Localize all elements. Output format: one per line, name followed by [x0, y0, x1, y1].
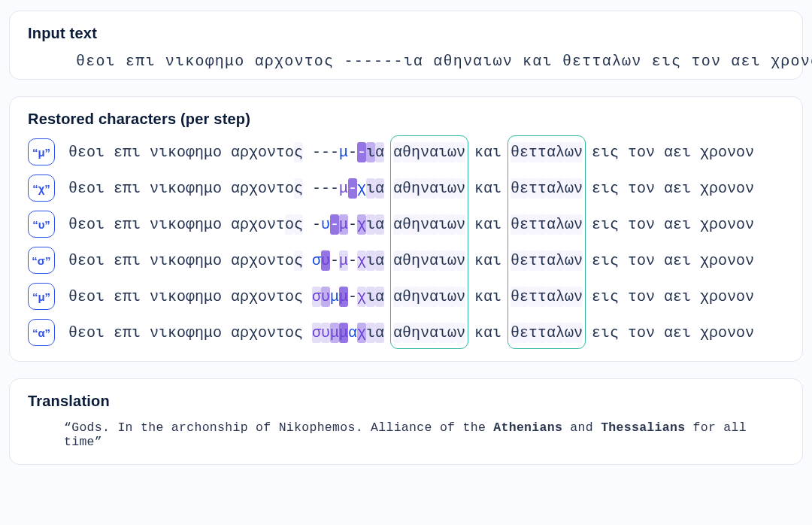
restored-char: υ: [321, 250, 330, 271]
char: α: [393, 142, 402, 162]
char: ν: [727, 142, 736, 162]
gap-char: -: [348, 250, 357, 271]
word: νικοφημο: [150, 216, 222, 233]
char: τ: [529, 214, 538, 235]
char: ι: [159, 178, 168, 199]
char: ν: [745, 142, 754, 162]
char: τ: [276, 142, 285, 162]
word: αθηναιων: [393, 216, 465, 233]
char: η: [195, 142, 204, 162]
char: η: [195, 250, 204, 271]
char: ν: [420, 142, 429, 162]
word: εις: [592, 180, 619, 197]
word: αει: [664, 252, 691, 269]
char: α: [231, 323, 240, 343]
char: ε: [673, 323, 682, 343]
char: ι: [492, 214, 501, 235]
step-chip: “χ”: [28, 174, 55, 202]
char: τ: [529, 323, 538, 343]
char: ν: [745, 178, 754, 199]
char: χ: [700, 178, 709, 199]
char: τ: [529, 142, 538, 162]
char: η: [411, 142, 420, 162]
translation-card: Translation “Gods. In the archonship of …: [9, 378, 803, 465]
char: ν: [150, 178, 159, 199]
char: ς: [294, 287, 303, 307]
char: ι: [601, 323, 610, 343]
char: ν: [574, 214, 583, 235]
char: ι: [492, 142, 501, 162]
word: αει: [664, 144, 691, 161]
word: χρονον: [700, 288, 754, 305]
char: ι: [601, 178, 610, 199]
word: εις: [592, 144, 619, 161]
restored-char: α: [375, 214, 384, 235]
char: ο: [736, 214, 745, 235]
char: τ: [529, 287, 538, 307]
char: ο: [736, 250, 745, 271]
restoration-row: “χ”θεοιεπινικοφημοαρχοντος---μ-χιααθηναι…: [28, 174, 784, 202]
restored-char: μ: [330, 323, 339, 343]
char: ς: [294, 323, 303, 343]
restored-char: α: [375, 287, 384, 307]
word: χρονον: [700, 252, 754, 269]
char: ο: [177, 250, 186, 271]
word: και: [474, 144, 501, 161]
char: ς: [294, 178, 303, 199]
char: ν: [456, 287, 465, 307]
word: τον: [628, 252, 655, 269]
word: νικοφημο: [150, 288, 222, 305]
char: ο: [86, 214, 95, 235]
char: κ: [168, 323, 177, 343]
char: θ: [511, 323, 520, 343]
char: ο: [177, 142, 186, 162]
char: ο: [637, 287, 646, 307]
word: επι: [114, 216, 141, 233]
char: ε: [592, 323, 601, 343]
char: χ: [249, 214, 258, 235]
restored-segment: συμμαχια: [312, 324, 384, 341]
word: αρχοντος: [231, 252, 303, 269]
char: ο: [637, 142, 646, 162]
char: ν: [745, 214, 754, 235]
char: ε: [114, 323, 123, 343]
char: φ: [186, 214, 195, 235]
char: ρ: [240, 287, 249, 307]
word: αρχοντος: [231, 144, 303, 161]
char: ρ: [240, 250, 249, 271]
char: α: [483, 250, 492, 271]
char: θ: [402, 323, 411, 343]
char: φ: [186, 323, 195, 343]
char: ν: [745, 250, 754, 271]
char: φ: [186, 142, 195, 162]
char: κ: [474, 287, 483, 307]
char: ε: [114, 250, 123, 271]
restored-char: ι: [366, 250, 375, 271]
char: ι: [682, 178, 691, 199]
restored-char: μ: [330, 287, 339, 307]
char: ι: [601, 142, 610, 162]
char: ι: [132, 323, 141, 343]
char: ο: [177, 214, 186, 235]
char: ν: [150, 287, 159, 307]
word: θεοι: [68, 324, 105, 341]
char: α: [393, 250, 402, 271]
char: α: [231, 287, 240, 307]
char: ρ: [240, 178, 249, 199]
restored-char: α: [375, 178, 384, 199]
char: ω: [447, 323, 456, 343]
char: ι: [438, 323, 447, 343]
word: θετταλων: [511, 252, 583, 269]
char: κ: [168, 178, 177, 199]
char: ε: [673, 214, 682, 235]
restoration-row: “μ”θεοιεπινικοφημοαρχοντοςσυμμ-χιααθηναι…: [28, 283, 784, 310]
char: ι: [132, 250, 141, 271]
char: ν: [727, 178, 736, 199]
char: ο: [637, 323, 646, 343]
char: α: [547, 323, 556, 343]
char: ι: [95, 287, 105, 307]
char: τ: [628, 323, 637, 343]
char: ε: [592, 287, 601, 307]
word: τον: [628, 324, 655, 341]
char: τ: [538, 142, 547, 162]
